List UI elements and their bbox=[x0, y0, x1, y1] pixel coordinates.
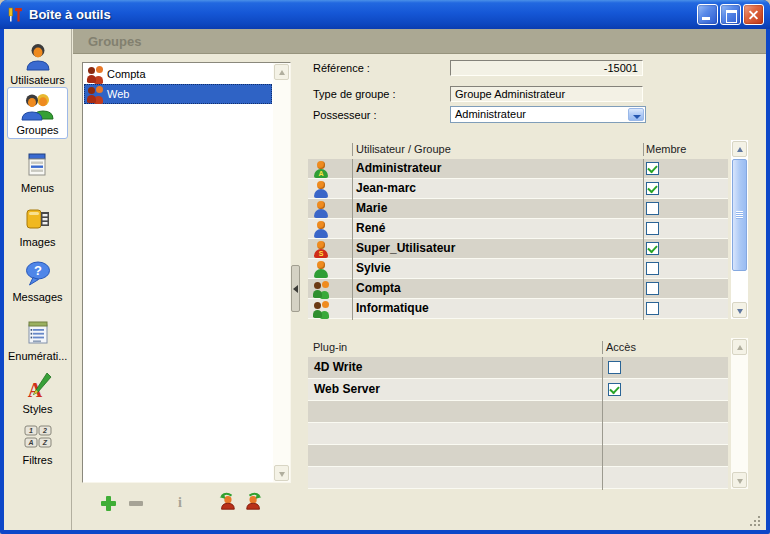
reference-label: Référence : bbox=[313, 60, 370, 76]
group-type-field: Groupe Administrateur bbox=[450, 86, 643, 102]
maximize-button[interactable] bbox=[720, 4, 741, 25]
owner-select[interactable]: Administrateur bbox=[450, 106, 646, 123]
svg-text:1: 1 bbox=[29, 427, 33, 434]
groups-icon bbox=[8, 91, 67, 123]
toolbox-icon bbox=[6, 6, 24, 24]
resize-grip[interactable] bbox=[748, 514, 760, 526]
sidebar-label: Messages bbox=[8, 291, 67, 303]
sidebar: Utilisateurs Groupes bbox=[4, 29, 72, 530]
user-icon bbox=[313, 221, 329, 238]
scroll-up-button[interactable] bbox=[274, 64, 289, 80]
member-checkbox[interactable] bbox=[646, 262, 659, 275]
reference-field: -15001 bbox=[450, 60, 643, 76]
plugins-table-header: Plug-in Accès bbox=[308, 338, 728, 357]
sidebar-item-menus[interactable]: Menus bbox=[7, 145, 68, 197]
table-row[interactable]: Informatique bbox=[308, 299, 728, 319]
members-table-header: Utilisateur / Groupe Membre bbox=[308, 140, 728, 159]
user-arrow-in-icon bbox=[217, 491, 237, 511]
members-scrollbar bbox=[731, 140, 748, 319]
scrollbar-thumb[interactable] bbox=[732, 159, 747, 271]
sidebar-label: Utilisateurs bbox=[8, 74, 67, 86]
member-checkbox[interactable] bbox=[646, 222, 659, 235]
sidebar-label: Images bbox=[8, 236, 67, 248]
put-user-in-group-button[interactable] bbox=[217, 491, 237, 511]
list-scrollbar bbox=[273, 63, 290, 482]
svg-text:?: ? bbox=[34, 263, 42, 278]
chevron-down-icon[interactable] bbox=[628, 108, 644, 121]
remove-user-from-group-button[interactable] bbox=[244, 491, 264, 511]
members-table: Utilisateur / Groupe Membre Administrate… bbox=[308, 140, 728, 319]
filters-icon: 1 2 A Z bbox=[8, 421, 67, 453]
sidebar-item-groupes[interactable]: Groupes bbox=[7, 87, 68, 139]
table-row[interactable]: Marie bbox=[308, 199, 728, 219]
group-icon bbox=[87, 86, 103, 103]
member-name: Administrateur bbox=[356, 159, 441, 178]
member-checkbox[interactable] bbox=[646, 202, 659, 215]
table-row[interactable]: Compta bbox=[308, 279, 728, 299]
table-row[interactable]: Administrateur bbox=[308, 159, 728, 179]
member-checkbox[interactable] bbox=[646, 182, 659, 195]
table-row[interactable]: Web Server bbox=[308, 379, 728, 401]
sidebar-item-images[interactable]: Images bbox=[7, 199, 68, 251]
page-title: Groupes bbox=[88, 34, 141, 49]
table-row-empty bbox=[308, 445, 728, 467]
minimize-button[interactable] bbox=[697, 4, 718, 25]
plugin-name: Web Server bbox=[314, 379, 380, 400]
member-name: Compta bbox=[356, 279, 401, 298]
list-item-label: Compta bbox=[107, 68, 146, 80]
column-header-plugin: Plug-in bbox=[313, 341, 347, 353]
table-row[interactable]: Super_Utilisateur bbox=[308, 239, 728, 259]
member-checkbox[interactable] bbox=[646, 242, 659, 255]
sidebar-item-enumerations[interactable]: Enumérati... bbox=[7, 313, 68, 365]
access-checkbox[interactable] bbox=[608, 361, 621, 374]
member-name: Sylvie bbox=[356, 259, 391, 278]
titlebar: Boîte à outils bbox=[0, 0, 770, 29]
users-icon bbox=[8, 41, 67, 73]
window-content: Utilisateurs Groupes bbox=[4, 29, 766, 530]
member-name: René bbox=[356, 219, 385, 238]
menus-icon bbox=[8, 149, 67, 181]
member-checkbox[interactable] bbox=[646, 162, 659, 175]
table-row[interactable]: Sylvie bbox=[308, 259, 728, 279]
list-item-compta[interactable]: Compta bbox=[84, 64, 272, 84]
toolbox-window: Boîte à outils Utilisateurs bbox=[0, 0, 770, 534]
member-name: Informatique bbox=[356, 299, 429, 318]
owner-selected-value: Administrateur bbox=[455, 108, 526, 120]
group-icon bbox=[87, 66, 103, 83]
sidebar-item-styles[interactable]: A Styles bbox=[7, 366, 68, 418]
plugin-name: 4D Write bbox=[314, 357, 362, 378]
panel-splitter[interactable] bbox=[291, 265, 300, 312]
user-icon bbox=[313, 241, 329, 258]
scroll-down-button[interactable] bbox=[732, 472, 747, 488]
info-button[interactable]: i bbox=[170, 493, 190, 513]
sidebar-label: Menus bbox=[8, 182, 67, 194]
groups-listbox: Compta Web bbox=[82, 62, 291, 483]
table-row-empty bbox=[308, 467, 728, 489]
list-item-web[interactable]: Web bbox=[84, 84, 272, 104]
scroll-up-button[interactable] bbox=[732, 339, 747, 355]
user-icon bbox=[313, 161, 329, 178]
add-group-button[interactable] bbox=[98, 493, 118, 513]
styles-icon: A bbox=[8, 370, 67, 402]
user-arrow-out-icon bbox=[244, 491, 264, 511]
close-button[interactable] bbox=[743, 4, 764, 25]
table-row[interactable]: René bbox=[308, 219, 728, 239]
section-header: Groupes bbox=[73, 29, 766, 54]
sidebar-item-utilisateurs[interactable]: Utilisateurs bbox=[7, 37, 68, 89]
column-header-user-group: Utilisateur / Groupe bbox=[356, 143, 451, 155]
images-icon bbox=[8, 203, 67, 235]
table-row[interactable]: 4D Write bbox=[308, 357, 728, 379]
list-item-label: Web bbox=[107, 88, 129, 100]
scroll-down-button[interactable] bbox=[274, 465, 289, 481]
scroll-down-button[interactable] bbox=[732, 302, 747, 318]
member-checkbox[interactable] bbox=[646, 282, 659, 295]
column-header-access: Accès bbox=[606, 341, 636, 353]
sidebar-item-messages[interactable]: ? Messages bbox=[7, 254, 68, 306]
scroll-up-button[interactable] bbox=[732, 141, 747, 157]
table-row[interactable]: Jean-marc bbox=[308, 179, 728, 199]
sidebar-item-filtres[interactable]: 1 2 A Z Filtres bbox=[7, 417, 68, 469]
window-title: Boîte à outils bbox=[29, 7, 111, 22]
access-checkbox[interactable] bbox=[608, 383, 621, 396]
member-checkbox[interactable] bbox=[646, 302, 659, 315]
delete-group-button[interactable] bbox=[126, 493, 146, 513]
